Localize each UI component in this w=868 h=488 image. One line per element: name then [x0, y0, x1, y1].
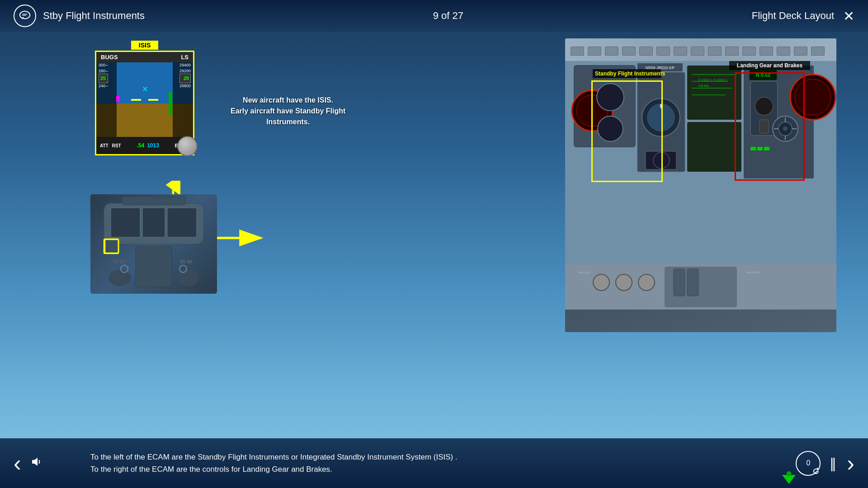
isis-container: ISIS BUGS LS 300─ 280─ 25 240─: [95, 41, 194, 155]
speed-bug: [116, 96, 120, 102]
header: Stby Flight Instruments 9 of 27 Flight D…: [0, 0, 868, 32]
svg-point-67: [616, 274, 632, 291]
isis-ls-btn[interactable]: LS: [181, 54, 189, 61]
isis-crosshair: [131, 99, 158, 101]
chat-icon[interactable]: [14, 5, 36, 27]
footer: ‹ To the left of the ECAM are the Standb…: [0, 438, 868, 488]
svg-rect-16: [113, 260, 118, 263]
svg-rect-9: [167, 208, 197, 237]
alt-numbers: 29400 29200 28 28800: [179, 62, 191, 89]
prev-button[interactable]: ‹: [14, 450, 21, 476]
isis-rst-btn[interactable]: RST: [112, 143, 121, 148]
isis-qnh-value: .54: [137, 142, 144, 149]
sfi-highlight-box: Standby Flight Instruments: [591, 80, 663, 182]
svg-marker-76: [782, 475, 796, 484]
cockpit-main-photo: N559-JB|G0-KP N: [565, 38, 836, 332]
isis-header: BUGS LS: [96, 52, 193, 62]
footer-description: To the left of the ECAM are the Standby …: [81, 451, 764, 475]
speed-current: 25: [99, 74, 108, 83]
alt-29400: 29400: [179, 62, 191, 68]
header-right: Flight Deck Layout ✕: [752, 8, 854, 24]
isis-bottom: ATT RST .54 1013 BARO: [96, 137, 193, 154]
isis-alt-tape: 29400 29200 28 28800: [173, 62, 193, 137]
svg-text:PM         PM: PM PM: [698, 84, 709, 88]
alt-current: 28: [179, 74, 191, 83]
svg-point-66: [593, 274, 609, 291]
page-title: Stby Flight Instruments: [43, 10, 145, 22]
svg-rect-39: [687, 122, 741, 172]
svg-marker-75: [816, 468, 819, 469]
speed-300: 300─: [99, 62, 108, 68]
footer-line1: To the left of the ECAM are the Standby …: [90, 451, 755, 463]
next-button[interactable]: ›: [847, 450, 854, 476]
sfi-label: Standby Flight Instruments: [593, 69, 661, 78]
svg-rect-17: [120, 260, 125, 263]
flight-deck-label: Flight Deck Layout: [752, 10, 834, 22]
svg-marker-74: [32, 458, 38, 466]
svg-rect-11: [122, 197, 185, 205]
cockpit-svg: [90, 194, 217, 294]
speed-240: 240─: [99, 83, 108, 89]
header-left: Stby Flight Instruments: [14, 5, 145, 27]
svg-rect-70: [674, 269, 685, 296]
speed-280: 280─: [99, 68, 108, 74]
footer-nav-right: 0 ‖ ›: [764, 450, 854, 476]
footer-nav-left: ‹: [14, 450, 81, 476]
svg-point-15: [176, 270, 199, 286]
close-button[interactable]: ✕: [843, 8, 854, 24]
footer-line2: To the right of the ECAM are the control…: [90, 463, 755, 475]
isis-speed-tape: 300─ 280─ 25 240─: [96, 62, 117, 137]
svg-point-0: [20, 11, 30, 19]
svg-rect-18: [180, 260, 185, 263]
svg-rect-13: [105, 239, 118, 253]
svg-point-77: [787, 471, 791, 476]
lg-label: Landing Gear and Brakes: [729, 61, 810, 70]
svg-rect-8: [111, 208, 140, 237]
caption-line2: Early aircraft have Standby Flight: [231, 106, 345, 117]
isis-label: ISIS: [131, 41, 158, 50]
altitude-bar: [169, 92, 172, 115]
svg-text:ANTI-ICE: ANTI-ICE: [579, 271, 590, 274]
isis-att-btn[interactable]: ATT: [100, 143, 108, 148]
isis-bugs-btn[interactable]: BUGS: [101, 54, 118, 61]
alt-29200: 29200: [179, 68, 191, 74]
alt-28800: 28800: [179, 83, 191, 89]
page-counter: 9 of 27: [433, 10, 463, 22]
isis-display: 300─ 280─ 25 240─ 29400 29200 28 28800: [96, 62, 193, 137]
isis-qnh-code: 1013: [147, 142, 159, 149]
svg-rect-10: [142, 208, 165, 237]
isis-panel: BUGS LS 300─ 280─ 25 240─: [95, 51, 194, 155]
progress-circle[interactable]: 0: [796, 451, 821, 476]
pause-button[interactable]: ‖: [830, 455, 838, 471]
isis-bottom-left: ATT RST: [100, 143, 121, 148]
svg-rect-38: [687, 66, 741, 120]
svg-rect-19: [187, 260, 192, 263]
cockpit-photo: N559-JB|G0-KP N: [565, 38, 836, 332]
svg-point-68: [638, 274, 655, 291]
svg-point-14: [108, 270, 131, 286]
caption-line1: New aircraft have the ISIS.: [231, 95, 345, 106]
isis-baro-knob[interactable]: [177, 136, 198, 156]
refresh-icon: [811, 467, 821, 476]
sound-icon[interactable]: [30, 455, 43, 471]
caption-line3: Instruments.: [231, 117, 345, 127]
lg-highlight-box: Landing Gear and Brakes: [735, 72, 805, 181]
main-content: ISIS BUGS LS 300─ 280─ 25 240─: [0, 32, 868, 438]
cockpit-overview: [90, 194, 217, 294]
svg-rect-71: [687, 269, 698, 296]
green-pointer: [782, 470, 796, 486]
svg-text:AIR BLEED: AIR BLEED: [746, 271, 760, 274]
isis-x-marker: ✕: [142, 85, 148, 94]
cockpit-diagram: [90, 194, 217, 294]
speed-numbers: 300─ 280─ 25 240─: [99, 62, 108, 89]
progress-value: 0: [806, 459, 810, 467]
svg-text:F.USED 1     F.USED 2: F.USED 1 F.USED 2: [698, 79, 727, 82]
caption-text: New aircraft have the ISIS. Early aircra…: [231, 95, 345, 127]
svg-rect-12: [136, 246, 172, 287]
